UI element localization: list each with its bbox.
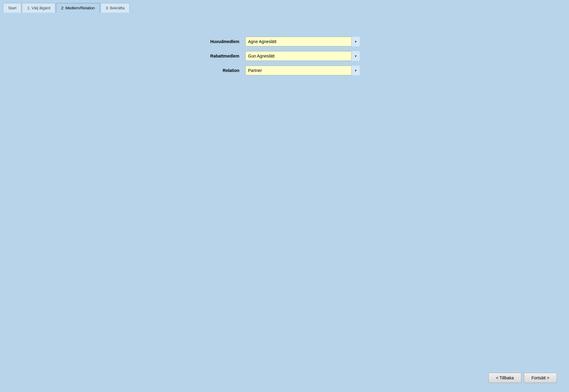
tab-step1[interactable]: 1: Välj åtgärd <box>22 3 55 13</box>
select-rabattmedlem[interactable]: Gun Agneslätt <box>245 51 360 61</box>
form-section: Huvudmedlem Agne Agneslätt ▼ Rabattmedle… <box>0 31 569 80</box>
label-rabattmedlem: Rabattmedlem <box>191 54 245 58</box>
tab-bar: Start 1: Välj åtgärd 2: Medlem/Relation … <box>0 0 569 13</box>
forward-button[interactable]: Fortsätt > <box>524 373 557 383</box>
back-button[interactable]: < Tillbaka <box>488 373 521 383</box>
select-wrapper-huvudmedlem: Agne Agneslätt ▼ <box>245 37 360 46</box>
main-content: Huvudmedlem Agne Agneslätt ▼ Rabattmedle… <box>0 13 569 392</box>
bottom-bar: < Tillbaka Fortsätt > <box>488 373 557 383</box>
label-huvudmedlem: Huvudmedlem <box>191 39 245 44</box>
select-relation[interactable]: Partner <box>245 66 360 75</box>
form-row-huvudmedlem: Huvudmedlem Agne Agneslätt ▼ <box>191 37 378 46</box>
form-row-relation: Relation Partner ▼ <box>191 66 378 75</box>
select-wrapper-rabattmedlem: Gun Agneslätt ▼ <box>245 51 360 61</box>
tab-start[interactable]: Start <box>3 3 21 13</box>
select-huvudmedlem[interactable]: Agne Agneslätt <box>245 37 360 46</box>
tab-step3[interactable]: 3: Bekräfta <box>101 3 130 13</box>
label-relation: Relation <box>191 68 245 73</box>
form-row-rabattmedlem: Rabattmedlem Gun Agneslätt ▼ <box>191 51 378 61</box>
select-wrapper-relation: Partner ▼ <box>245 66 360 75</box>
tab-step2[interactable]: 2: Medlem/Relation <box>56 3 100 13</box>
